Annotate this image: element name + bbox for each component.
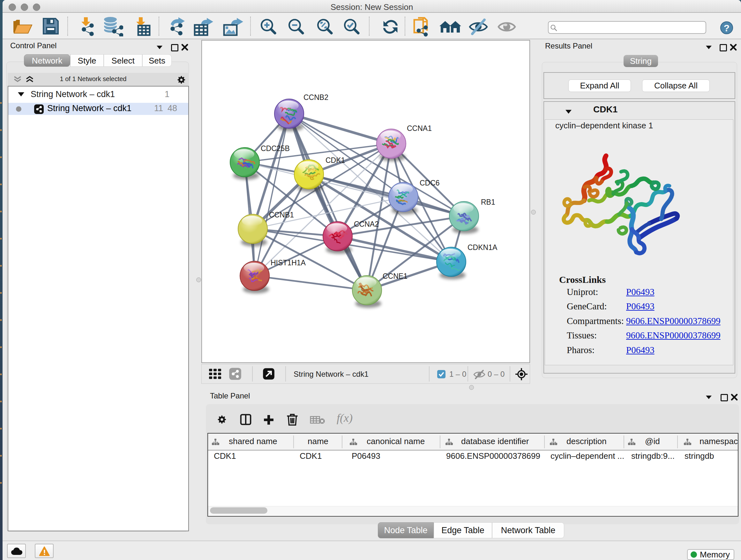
svg-text:RB1: RB1 xyxy=(481,198,495,206)
svg-text:CCNE1: CCNE1 xyxy=(383,272,408,280)
svg-text:CDC6: CDC6 xyxy=(420,179,440,187)
svg-text:CDKN1A: CDKN1A xyxy=(468,243,497,252)
svg-text:CDK1: CDK1 xyxy=(326,156,345,165)
svg-text:CCNB1: CCNB1 xyxy=(269,211,294,219)
svg-text:CCNA2: CCNA2 xyxy=(354,220,379,228)
svg-text:CCNB2: CCNB2 xyxy=(304,93,328,102)
svg-text:CCNA1: CCNA1 xyxy=(407,124,432,132)
svg-text:HIST1H1A: HIST1H1A xyxy=(271,259,306,267)
svg-text:CDC25B: CDC25B xyxy=(261,144,290,152)
